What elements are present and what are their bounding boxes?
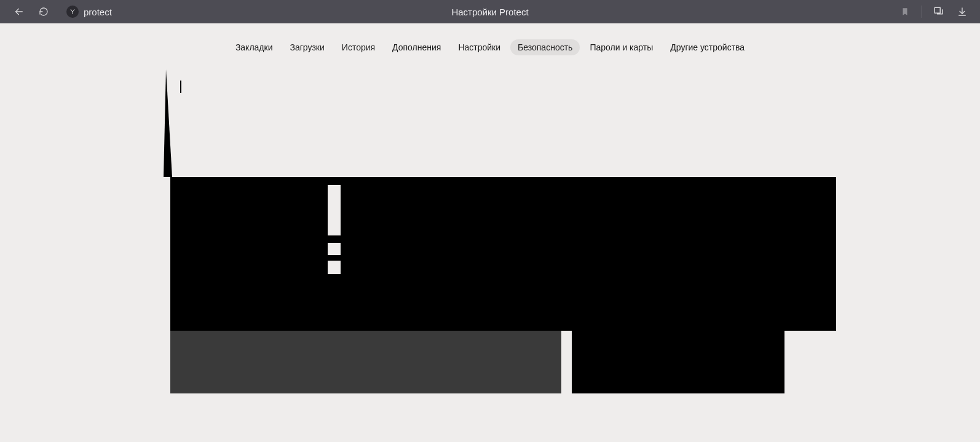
browser-top-bar: protect Настройки Protect xyxy=(0,0,980,23)
redacted-block-main xyxy=(170,177,836,331)
top-bar-left: protect xyxy=(0,0,112,23)
redacted-block-bottom-left xyxy=(170,331,561,393)
sidebar-panel-button[interactable] xyxy=(932,5,946,18)
bookmark-button[interactable] xyxy=(898,5,912,18)
panels-icon xyxy=(933,6,944,17)
address-bar[interactable]: protect xyxy=(66,0,112,23)
download-icon xyxy=(957,7,967,17)
bookmark-icon xyxy=(901,7,909,17)
redacted-block-bottom-right xyxy=(572,331,784,393)
settings-tab-4[interactable]: Настройки xyxy=(451,39,508,55)
settings-tab-0[interactable]: Закладки xyxy=(228,39,280,55)
settings-tab-2[interactable]: История xyxy=(334,39,382,55)
settings-tab-3[interactable]: Дополнения xyxy=(385,39,448,55)
svg-marker-5 xyxy=(164,69,172,177)
top-bar-divider xyxy=(922,6,922,18)
settings-tabs: ЗакладкиЗагрузкиИсторияДополненияНастрой… xyxy=(228,39,752,55)
address-text: protect xyxy=(84,7,112,17)
settings-tab-1[interactable]: Загрузки xyxy=(282,39,331,55)
downloads-button[interactable] xyxy=(955,5,969,18)
back-button[interactable] xyxy=(12,5,26,18)
settings-tab-5[interactable]: Безопасность xyxy=(510,39,580,55)
redacted-cutout-1 xyxy=(328,185,341,235)
settings-tab-7[interactable]: Другие устройства xyxy=(663,39,752,55)
arrow-left-icon xyxy=(14,7,24,17)
redacted-cutout-3 xyxy=(328,261,341,274)
page-title: Настройки Protect xyxy=(451,7,528,17)
settings-tab-6[interactable]: Пароли и карты xyxy=(582,39,660,55)
site-icon xyxy=(66,6,79,18)
settings-tabs-row: ЗакладкиЗагрузкиИсторияДополненияНастрой… xyxy=(0,23,980,55)
svg-rect-2 xyxy=(935,7,940,13)
reload-button[interactable] xyxy=(37,5,50,18)
decorative-pointer-shape xyxy=(164,69,172,177)
top-bar-right xyxy=(898,0,980,23)
redacted-cutout-2 xyxy=(328,243,341,255)
page-content xyxy=(164,69,836,393)
text-caret xyxy=(180,81,181,93)
reload-icon xyxy=(39,7,49,17)
y-browser-icon xyxy=(69,8,76,15)
